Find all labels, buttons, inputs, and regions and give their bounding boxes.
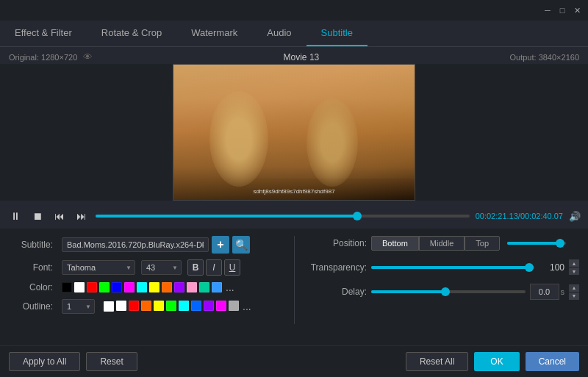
delay-slider-container: s ▲ ▼ bbox=[371, 284, 579, 300]
current-time: 00:02:21.13 bbox=[476, 212, 518, 220]
color-swatch[interactable] bbox=[87, 282, 97, 292]
tab-watermark[interactable]: Watermark bbox=[176, 21, 252, 46]
color-swatch[interactable] bbox=[62, 282, 72, 292]
minimize-button[interactable]: ─ bbox=[542, 5, 553, 15]
controls-panel: Subtitle: Bad.Moms.2016.720p.BluRay.x264… bbox=[0, 229, 588, 345]
color-swatch[interactable] bbox=[99, 282, 110, 292]
size-select[interactable]: 43 bbox=[141, 260, 182, 275]
transparency-label: Transparency: bbox=[301, 262, 367, 273]
ok-button[interactable]: OK bbox=[474, 352, 519, 371]
color-label: Color: bbox=[9, 282, 53, 292]
more-outline-colors[interactable]: ... bbox=[243, 301, 251, 312]
color-swatch[interactable] bbox=[149, 282, 159, 292]
delay-down-button[interactable]: ▼ bbox=[569, 292, 579, 300]
close-button[interactable]: ✕ bbox=[572, 5, 582, 15]
tab-effect-filter[interactable]: Effect & Filter bbox=[0, 21, 87, 46]
bottom-right-buttons: Reset All OK Cancel bbox=[406, 352, 579, 371]
outline-color-swatch[interactable] bbox=[216, 301, 226, 311]
color-swatch[interactable] bbox=[187, 282, 197, 292]
prev-button[interactable]: ⏮ bbox=[51, 208, 68, 224]
font-select-wrapper: Tahoma bbox=[62, 260, 135, 275]
maximize-button[interactable]: □ bbox=[557, 5, 567, 15]
outline-color-swatch[interactable] bbox=[116, 301, 126, 311]
outline-color-swatch[interactable] bbox=[154, 301, 164, 311]
playback-bar: ⏸ ⏹ ⏮ ⏭ 00:02:21.13/00:02:40.07 🔊 bbox=[0, 204, 588, 229]
underline-button[interactable]: U bbox=[224, 259, 240, 276]
color-swatch[interactable] bbox=[124, 282, 135, 292]
video-title: Movie 13 bbox=[284, 52, 320, 62]
tab-subtitle[interactable]: Subtitle bbox=[306, 21, 368, 46]
position-top-button[interactable]: Top bbox=[465, 236, 500, 251]
font-label: Font: bbox=[9, 262, 53, 273]
position-slider[interactable] bbox=[507, 242, 566, 245]
progress-bar[interactable] bbox=[96, 215, 470, 218]
delay-row: Delay: s ▲ ▼ bbox=[301, 284, 579, 300]
italic-button[interactable]: I bbox=[206, 259, 222, 276]
transparency-up-button[interactable]: ▲ bbox=[569, 259, 579, 267]
subtitle-row: Subtitle: Bad.Moms.2016.720p.BluRay.x264… bbox=[9, 236, 288, 254]
transparency-value: 100 bbox=[539, 262, 564, 273]
subtitle-select-wrapper: Bad.Moms.2016.720p.BluRay.x264-DRONES. bbox=[62, 237, 209, 252]
color-swatch[interactable] bbox=[174, 282, 184, 292]
original-resolution-label: Original: 1280×720 bbox=[9, 53, 77, 62]
outline-color-swatch[interactable] bbox=[204, 301, 214, 311]
tabs-bar: Effect & Filter Rotate & Crop Watermark … bbox=[0, 21, 588, 47]
color-swatch[interactable] bbox=[162, 282, 172, 292]
outline-color-swatch[interactable] bbox=[141, 301, 151, 311]
search-subtitle-button[interactable]: 🔍 bbox=[232, 236, 250, 254]
outline-color-swatch[interactable] bbox=[191, 301, 201, 311]
position-row: Position: Bottom Middle Top bbox=[301, 236, 579, 251]
bold-button[interactable]: B bbox=[187, 259, 204, 276]
progress-thumb bbox=[353, 212, 362, 220]
pause-button[interactable]: ⏸ bbox=[7, 208, 24, 224]
color-swatch[interactable] bbox=[74, 282, 85, 292]
position-middle-button[interactable]: Middle bbox=[419, 236, 465, 251]
next-button[interactable]: ⏭ bbox=[74, 208, 90, 224]
delay-input[interactable] bbox=[530, 284, 559, 300]
progress-fill bbox=[96, 215, 357, 218]
color-swatch[interactable] bbox=[112, 282, 122, 292]
bottom-left-buttons: Apply to All Reset bbox=[9, 352, 137, 371]
position-bottom-button[interactable]: Bottom bbox=[371, 236, 419, 251]
reset-all-button[interactable]: Reset All bbox=[406, 352, 468, 371]
delay-label: Delay: bbox=[301, 287, 367, 297]
panel-divider bbox=[294, 236, 295, 324]
delay-slider-track[interactable] bbox=[371, 290, 526, 293]
video-frame-border bbox=[173, 64, 415, 201]
reset-button[interactable]: Reset bbox=[86, 352, 137, 371]
eye-icon[interactable]: 👁 bbox=[83, 51, 93, 62]
color-swatch[interactable] bbox=[137, 282, 147, 292]
outline-label: Outline: bbox=[9, 301, 53, 312]
position-slider-fill bbox=[507, 242, 560, 245]
subtitle-select[interactable]: Bad.Moms.2016.720p.BluRay.x264-DRONES. bbox=[62, 237, 209, 252]
stop-button[interactable]: ⏹ bbox=[29, 208, 46, 224]
more-colors[interactable]: ... bbox=[226, 281, 234, 293]
cancel-button[interactable]: Cancel bbox=[526, 352, 579, 371]
color-swatch[interactable] bbox=[212, 282, 222, 292]
outline-color-swatch-black[interactable] bbox=[104, 301, 114, 312]
video-original-info: Original: 1280×720 👁 bbox=[9, 51, 93, 62]
delay-up-button[interactable]: ▲ bbox=[569, 284, 579, 292]
transparency-slider-container: 100 ▲ ▼ bbox=[371, 259, 579, 275]
transparency-slider-track[interactable] bbox=[371, 266, 534, 269]
color-palette: ... bbox=[62, 281, 234, 293]
outline-color-swatch[interactable] bbox=[179, 301, 189, 311]
apply-to-all-button[interactable]: Apply to All bbox=[9, 352, 80, 371]
outline-color-swatch[interactable] bbox=[129, 301, 139, 311]
font-row: Font: Tahoma 43 B I U bbox=[9, 259, 288, 276]
outline-color-swatch[interactable] bbox=[229, 301, 239, 311]
total-time: 00:02:40.07 bbox=[520, 212, 563, 220]
color-swatch[interactable] bbox=[199, 282, 209, 292]
transparency-slider-thumb bbox=[525, 263, 534, 272]
transparency-down-button[interactable]: ▼ bbox=[569, 268, 579, 275]
video-wrapper: Original: 1280×720 👁 Movie 13 Output: 38… bbox=[0, 47, 588, 204]
video-subtitle-overlay: sdhfj8s9dhf89s7dhf987shdf987 bbox=[253, 188, 334, 195]
outline-color-swatch[interactable] bbox=[166, 301, 176, 311]
outline-palette: ... bbox=[116, 301, 251, 312]
tab-rotate-crop[interactable]: Rotate & Crop bbox=[87, 21, 176, 46]
font-select[interactable]: Tahoma bbox=[62, 260, 135, 275]
volume-icon[interactable]: 🔊 bbox=[569, 211, 581, 222]
tab-audio[interactable]: Audio bbox=[252, 21, 306, 46]
outline-select[interactable]: 1 bbox=[62, 299, 95, 314]
add-subtitle-button[interactable]: + bbox=[212, 236, 229, 254]
